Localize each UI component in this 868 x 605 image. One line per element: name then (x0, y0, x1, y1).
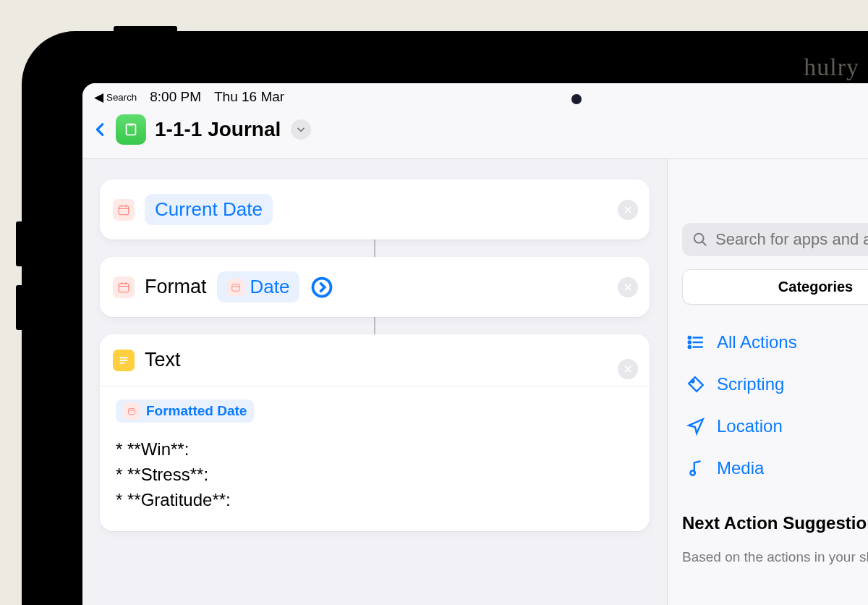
text-label: Text (145, 349, 181, 371)
svg-point-17 (690, 470, 695, 475)
actions-sidebar: Categories All Actions Scripting Locatio… (667, 159, 868, 605)
shortcut-app-icon (116, 114, 146, 145)
sidebar-item-all-actions[interactable]: All Actions (682, 323, 868, 361)
svg-point-14 (689, 341, 691, 343)
back-to-search-button[interactable]: ◀ Search (94, 91, 137, 103)
next-action-sub: Based on the actions in your shortcut. (682, 549, 868, 565)
title-menu-button[interactable] (291, 119, 311, 140)
svg-rect-9 (129, 409, 135, 415)
current-date-token[interactable]: Current Date (145, 194, 273, 225)
search-icon (692, 232, 708, 248)
calendar-icon (113, 276, 135, 298)
next-action-title: Next Action Suggestions (682, 513, 868, 533)
device-camera (571, 94, 582, 104)
format-date-token[interactable]: Date (217, 271, 300, 302)
sidebar-list: All Actions Scripting Location Media (682, 323, 868, 487)
svg-point-12 (694, 234, 704, 243)
sidebar-item-label: Scripting (717, 374, 784, 394)
action-format-date[interactable]: Format Date (100, 257, 650, 317)
sidebar-item-label: Media (717, 458, 764, 478)
watermark-text: hulry (804, 54, 859, 81)
delete-action-button[interactable] (618, 277, 638, 297)
workspace: Current Date Format (82, 159, 868, 605)
search-input[interactable] (715, 230, 868, 249)
text-content[interactable]: * **Win**: * **Stress**: * **Gratitude**… (116, 437, 634, 512)
device-frame: ◀ Search 8:00 PM Thu 16 Mar • • • 1-1-1 … (22, 31, 868, 605)
svg-rect-0 (127, 124, 136, 135)
current-date-token-label: Current Date (155, 198, 263, 221)
format-label: Format (145, 276, 207, 298)
connector-line (374, 317, 375, 334)
sidebar-item-location[interactable]: Location (682, 407, 868, 445)
categories-button[interactable]: Categories (682, 269, 868, 305)
tag-icon (686, 375, 705, 394)
svg-rect-7 (231, 284, 239, 290)
svg-point-16 (692, 380, 694, 382)
sidebar-item-label: All Actions (717, 332, 797, 352)
text-icon (113, 350, 135, 371)
status-time: 8:00 PM (150, 89, 201, 105)
location-icon (686, 417, 705, 436)
back-caret-icon: ◀ (94, 91, 103, 103)
expand-action-button[interactable] (310, 275, 334, 300)
music-note-icon (686, 459, 705, 478)
editor-header: 1-1-1 Journal (82, 106, 868, 159)
list-icon (686, 333, 705, 352)
status-date: Thu 16 Mar (214, 89, 284, 105)
calendar-icon (113, 199, 135, 221)
action-current-date[interactable]: Current Date (100, 179, 650, 240)
sidebar-item-label: Location (717, 416, 783, 436)
svg-rect-6 (119, 283, 129, 292)
svg-point-15 (689, 346, 691, 348)
formatted-date-variable-token[interactable]: Formatted Date (116, 399, 254, 423)
svg-point-8 (313, 278, 331, 296)
svg-rect-1 (128, 124, 133, 126)
sidebar-item-scripting[interactable]: Scripting (682, 365, 868, 403)
app-screen: ◀ Search 8:00 PM Thu 16 Mar • • • 1-1-1 … (82, 83, 868, 605)
calendar-icon (123, 402, 140, 420)
back-button[interactable] (93, 118, 109, 141)
delete-action-button[interactable] (618, 200, 638, 220)
svg-point-13 (689, 337, 691, 339)
delete-action-button[interactable] (618, 359, 638, 379)
editor-canvas[interactable]: Current Date Format (82, 159, 667, 605)
format-date-token-label: Date (250, 276, 290, 298)
calendar-icon (227, 279, 244, 296)
text-body[interactable]: Formatted Date * **Win**: * **Stress**: … (100, 386, 650, 531)
search-field[interactable] (682, 223, 868, 256)
formatted-date-token-label: Formatted Date (146, 403, 247, 419)
shortcut-title[interactable]: 1-1-1 Journal (155, 118, 281, 141)
connector-line (374, 240, 375, 257)
status-bar: ◀ Search 8:00 PM Thu 16 Mar • • • (82, 83, 868, 106)
action-text[interactable]: Text Formatted Date * **Win**: * **Stres… (100, 334, 650, 531)
svg-rect-5 (119, 206, 129, 214)
sidebar-item-media[interactable]: Media (682, 449, 868, 487)
back-to-search-label: Search (106, 92, 137, 103)
